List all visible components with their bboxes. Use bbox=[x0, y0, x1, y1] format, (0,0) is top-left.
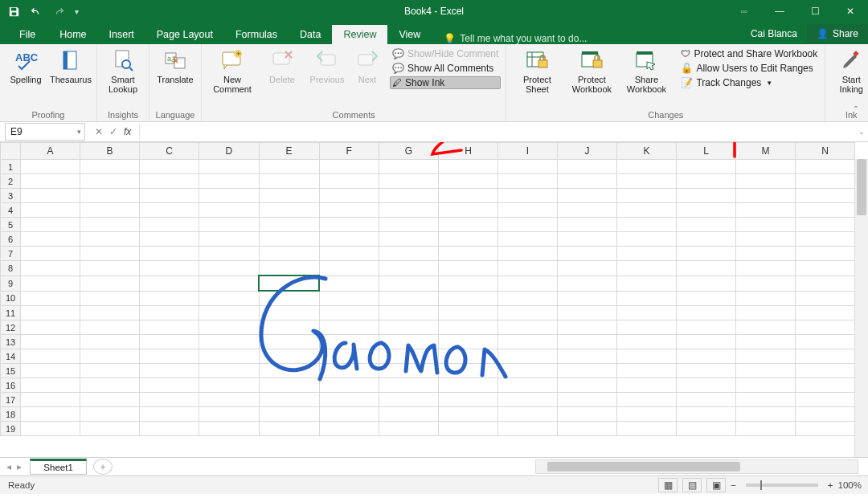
cell[interactable] bbox=[617, 247, 677, 261]
column-header[interactable]: E bbox=[259, 143, 319, 160]
cell[interactable] bbox=[319, 275, 379, 291]
cell[interactable] bbox=[736, 306, 796, 320]
row-header[interactable]: 1 bbox=[1, 160, 21, 174]
cell[interactable] bbox=[677, 364, 736, 378]
cancel-formula-icon[interactable]: ✕ bbox=[95, 126, 103, 137]
cell[interactable] bbox=[199, 306, 260, 320]
translate-button[interactable]: aあ Translate bbox=[154, 47, 196, 84]
cell[interactable] bbox=[796, 261, 855, 276]
cell[interactable] bbox=[796, 364, 855, 378]
cell[interactable] bbox=[379, 364, 439, 378]
row-header[interactable]: 10 bbox=[1, 291, 21, 306]
cell[interactable] bbox=[199, 335, 260, 349]
cell[interactable] bbox=[558, 174, 617, 189]
cell[interactable] bbox=[319, 364, 379, 378]
cell[interactable] bbox=[319, 378, 379, 393]
row-header[interactable]: 6 bbox=[1, 232, 21, 247]
cell[interactable] bbox=[498, 407, 558, 422]
zoom-in-icon[interactable]: + bbox=[828, 480, 833, 490]
cell[interactable] bbox=[677, 275, 736, 291]
cell[interactable] bbox=[21, 306, 80, 320]
cell[interactable] bbox=[439, 189, 498, 203]
cell[interactable] bbox=[736, 422, 796, 436]
qat-customize-icon[interactable]: ▾ bbox=[72, 2, 80, 20]
cell[interactable] bbox=[677, 407, 736, 422]
cell[interactable] bbox=[796, 306, 855, 320]
cell[interactable] bbox=[259, 232, 319, 247]
cell[interactable] bbox=[319, 203, 379, 218]
cell[interactable] bbox=[677, 174, 736, 189]
cell[interactable] bbox=[379, 247, 439, 261]
cell[interactable] bbox=[21, 203, 80, 218]
collapse-ribbon-icon[interactable]: ˆ bbox=[850, 105, 862, 116]
cell[interactable] bbox=[80, 247, 140, 261]
cell[interactable] bbox=[259, 247, 319, 261]
cell[interactable] bbox=[736, 349, 796, 364]
smart-lookup-button[interactable]: Smart Lookup bbox=[102, 47, 144, 94]
share-button[interactable]: 👤 Share bbox=[807, 24, 868, 43]
accept-formula-icon[interactable]: ✓ bbox=[109, 126, 117, 137]
cell[interactable] bbox=[558, 320, 617, 335]
cell[interactable] bbox=[617, 218, 677, 232]
cell[interactable] bbox=[439, 291, 498, 306]
row-header[interactable]: 13 bbox=[1, 335, 21, 349]
row-header[interactable]: 5 bbox=[1, 218, 21, 232]
new-sheet-button[interactable]: ＋ bbox=[93, 459, 113, 475]
cell[interactable] bbox=[140, 174, 199, 189]
select-all-corner[interactable] bbox=[1, 143, 21, 160]
cell[interactable] bbox=[736, 174, 796, 189]
cell[interactable] bbox=[558, 393, 617, 407]
cell[interactable] bbox=[319, 232, 379, 247]
cell[interactable] bbox=[259, 407, 319, 422]
cell[interactable] bbox=[617, 422, 677, 436]
cell[interactable] bbox=[677, 291, 736, 306]
formula-input[interactable] bbox=[139, 124, 855, 140]
cell[interactable] bbox=[617, 189, 677, 203]
cell[interactable] bbox=[379, 174, 439, 189]
row-header[interactable]: 16 bbox=[1, 378, 21, 393]
cell[interactable] bbox=[140, 335, 199, 349]
cell[interactable] bbox=[617, 378, 677, 393]
cell[interactable] bbox=[736, 378, 796, 393]
cell[interactable] bbox=[259, 393, 319, 407]
cell[interactable] bbox=[558, 335, 617, 349]
cell[interactable] bbox=[140, 247, 199, 261]
cell[interactable] bbox=[558, 247, 617, 261]
cell[interactable] bbox=[379, 203, 439, 218]
row-header[interactable]: 18 bbox=[1, 407, 21, 422]
thesaurus-button[interactable]: Thesaurus bbox=[50, 47, 92, 84]
cell[interactable] bbox=[259, 291, 319, 306]
cell[interactable] bbox=[796, 422, 855, 436]
cell[interactable] bbox=[439, 349, 498, 364]
cell[interactable] bbox=[617, 306, 677, 320]
sheet-tab-sheet1[interactable]: Sheet1 bbox=[30, 459, 86, 475]
tell-me-search[interactable]: 💡 Tell me what you want to do... bbox=[444, 33, 587, 44]
allow-edit-ranges-button[interactable]: 🔓Allow Users to Edit Ranges bbox=[678, 62, 820, 75]
cell[interactable] bbox=[736, 364, 796, 378]
cell[interactable] bbox=[259, 335, 319, 349]
tab-insert[interactable]: Insert bbox=[98, 25, 145, 44]
cell[interactable] bbox=[319, 218, 379, 232]
cell[interactable] bbox=[319, 320, 379, 335]
cell[interactable] bbox=[439, 203, 498, 218]
zoom-out-icon[interactable]: − bbox=[731, 480, 736, 490]
cell[interactable] bbox=[80, 275, 140, 291]
cell[interactable] bbox=[379, 349, 439, 364]
cell[interactable] bbox=[558, 160, 617, 174]
cell[interactable] bbox=[140, 378, 199, 393]
cell[interactable] bbox=[736, 261, 796, 276]
save-icon[interactable] bbox=[5, 2, 23, 20]
row-header[interactable]: 8 bbox=[1, 261, 21, 276]
cell[interactable] bbox=[558, 218, 617, 232]
cell[interactable] bbox=[199, 407, 260, 422]
cell[interactable] bbox=[379, 393, 439, 407]
cell[interactable] bbox=[199, 189, 260, 203]
cell[interactable] bbox=[796, 189, 855, 203]
cell[interactable] bbox=[21, 160, 80, 174]
cell[interactable] bbox=[199, 320, 260, 335]
cell[interactable] bbox=[259, 189, 319, 203]
cell[interactable] bbox=[21, 232, 80, 247]
row-header[interactable]: 15 bbox=[1, 364, 21, 378]
horizontal-scrollbar[interactable] bbox=[535, 459, 858, 474]
cell[interactable] bbox=[498, 232, 558, 247]
